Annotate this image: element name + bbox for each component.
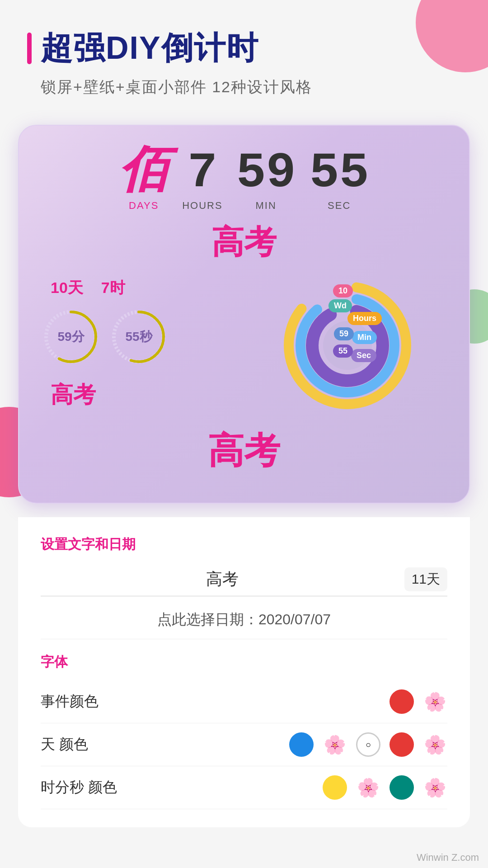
- settings-section-title: 设置文字和日期: [41, 535, 447, 554]
- watermark: Winwin Z.com: [417, 852, 479, 863]
- event-color-red[interactable]: [389, 689, 414, 714]
- countdown-mins-label: MIN: [256, 200, 277, 212]
- page-title: 超强DIY倒计时: [41, 27, 259, 70]
- event-input-row[interactable]: 高考 11天: [41, 567, 447, 596]
- days-color-flower-2[interactable]: 🌸: [423, 732, 447, 757]
- countdown-hours-value: 7: [188, 148, 217, 198]
- donut-chart-container: 10 Wd Hours Min 59 Sec 55: [280, 278, 415, 413]
- donut-hours-label: Hours: [347, 312, 382, 325]
- days-color-blue[interactable]: [289, 732, 314, 757]
- countdown-days-value: 佰: [119, 148, 169, 198]
- countdown-days-label: DAYS: [129, 200, 159, 212]
- donut-55-label: 55: [333, 344, 353, 358]
- header-section: 超强DIY倒计时 锁屏+壁纸+桌面小部件 12种设计风格: [0, 0, 488, 111]
- secs-center-text: 55秒: [125, 328, 152, 345]
- countdown-secs-label: SEC: [328, 200, 351, 212]
- header-accent-bar: [27, 33, 32, 64]
- countdown-secs-value: 55: [310, 148, 369, 198]
- mins-ring-container: 59分: [42, 307, 100, 366]
- watermark-text: Winwin Z.com: [417, 852, 479, 863]
- time-color-flower-2[interactable]: 🌸: [423, 775, 447, 800]
- donut-sec-label: Sec: [351, 349, 376, 362]
- circle-widgets-row: 59分 55秒: [42, 307, 239, 366]
- countdown-days-unit: 佰 DAYS: [119, 148, 169, 212]
- days-color-label: 天 颜色: [41, 735, 289, 755]
- countdown-display: 佰 DAYS 7 HOURS 59 MIN 55 SEC: [42, 148, 446, 212]
- donut-labels: 10 Wd Hours Min 59 Sec 55: [280, 278, 415, 413]
- event-color-row: 事件颜色 🌸: [41, 680, 447, 723]
- right-widget: 10 Wd Hours Min 59 Sec 55: [249, 278, 446, 413]
- time-color-row: 时分秒 颜色 🌸 🌸: [41, 766, 447, 809]
- days-text: 10天: [51, 278, 83, 298]
- countdown-hours-label: HOURS: [182, 200, 222, 212]
- date-select-text[interactable]: 点此选择日期：2020/07/07: [157, 611, 331, 627]
- time-color-options: 🌸 🌸: [323, 775, 447, 800]
- secs-ring-container: 55秒: [109, 307, 168, 366]
- bottom-event-title: 高考: [42, 427, 446, 476]
- event-days-count: 11天: [404, 567, 447, 591]
- page-subtitle: 锁屏+壁纸+桌面小部件 12种设计风格: [41, 78, 312, 95]
- donut-59-label: 59: [334, 327, 354, 340]
- days-hours-text-row: 10天 7时: [42, 278, 239, 298]
- settings-section: 设置文字和日期 高考 11天 点此选择日期：2020/07/07 字体 事件颜色…: [18, 517, 470, 827]
- countdown-mins-unit: 59 MIN: [236, 148, 296, 212]
- event-color-label: 事件颜色: [41, 692, 389, 712]
- event-title-top: 高考: [42, 221, 446, 264]
- time-color-flower-1[interactable]: 🌸: [356, 775, 380, 800]
- days-color-ring[interactable]: ○: [356, 732, 380, 757]
- countdown-hours-unit: 7 HOURS: [182, 148, 222, 212]
- days-color-flower-1[interactable]: 🌸: [323, 732, 347, 757]
- mins-ring-widget: 59分: [42, 307, 100, 366]
- days-color-row: 天 颜色 🌸 ○ 🌸: [41, 723, 447, 766]
- header-title-row: 超强DIY倒计时: [27, 27, 461, 70]
- widgets-row: 10天 7时 59分: [42, 278, 446, 413]
- event-name-field[interactable]: 高考: [41, 568, 404, 590]
- hours-text: 7时: [101, 278, 125, 298]
- mins-center-text: 59分: [57, 328, 84, 345]
- time-color-teal[interactable]: [389, 775, 414, 800]
- event-color-options: 🌸: [389, 689, 447, 714]
- donut-wd-label: Wd: [328, 299, 352, 312]
- donut-days-value: 10: [333, 284, 353, 297]
- countdown-secs-unit: 55 SEC: [310, 148, 369, 212]
- time-color-yellow[interactable]: [323, 775, 347, 800]
- donut-min-label: Min: [352, 331, 377, 344]
- left-widget: 10天 7时 59分: [42, 278, 239, 410]
- event-label-small: 高考: [42, 380, 239, 410]
- date-select-row[interactable]: 点此选择日期：2020/07/07: [41, 601, 447, 639]
- secs-ring-widget: 55秒: [109, 307, 168, 366]
- time-color-label: 时分秒 颜色: [41, 778, 323, 797]
- event-color-flower[interactable]: 🌸: [423, 689, 447, 714]
- font-section-title: 字体: [41, 653, 447, 671]
- countdown-mins-value: 59: [236, 148, 296, 198]
- main-preview-card: 佰 DAYS 7 HOURS 59 MIN 55 SEC 高考 10天 7时: [18, 125, 470, 504]
- days-color-red[interactable]: [389, 732, 414, 757]
- days-color-options: 🌸 ○ 🌸: [289, 732, 447, 757]
